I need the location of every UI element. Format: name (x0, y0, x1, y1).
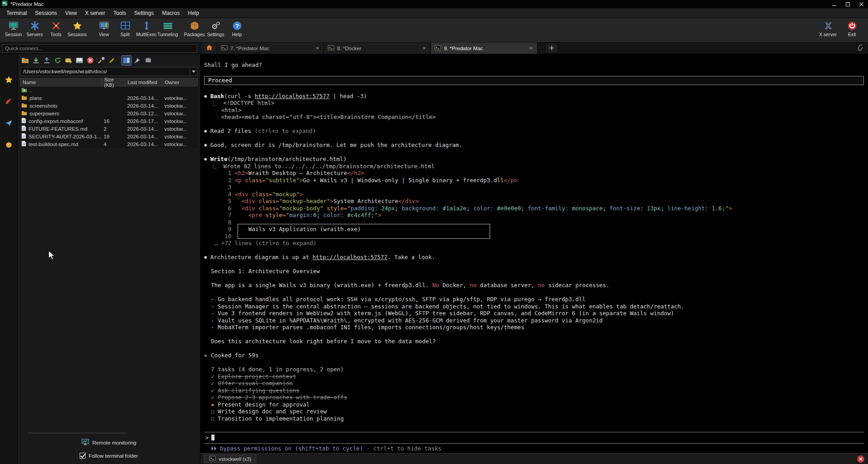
toolbar-button-session[interactable]: Session (3, 19, 24, 37)
title-bar: *Predator Mac (0, 0, 868, 8)
chevron-down-icon[interactable] (190, 67, 197, 76)
menu-item-help[interactable]: Help (184, 9, 203, 17)
terminal-line: ⎿ <!DOCTYPE html> (204, 99, 865, 107)
toolbar-button-tunneling[interactable]: Tunneling (157, 19, 178, 37)
file-row-future-features-md[interactable]: FUTURE-FEATURES.md22026-03-14...vstockw.… (20, 125, 198, 133)
macro-tool-icon[interactable] (4, 97, 13, 106)
tab-close-icon[interactable]: × (528, 45, 534, 51)
new-file-icon[interactable] (64, 56, 73, 65)
current-path: /Users/vstockwell/repos/wraith/docs/ (23, 69, 107, 74)
toolbar-button-tools[interactable]: Tools (45, 19, 67, 37)
file-name: screenshots (29, 103, 57, 109)
file-row-test-buildout-spec-md[interactable]: test-buildout-spec.md42026-03-14...vstoc… (20, 140, 198, 148)
terminal-link[interactable]: http://localhost:57577 (313, 254, 388, 260)
toolbar-button-exit[interactable]: Exit (841, 19, 863, 37)
toolbar-button-label: Split (120, 32, 129, 37)
terminal-line: ✓ Explore project context (204, 373, 865, 380)
file-name: SECURITY-AUDIT-2026-03-1... (29, 134, 101, 139)
snapshot-icon[interactable] (143, 56, 153, 65)
file-name-cell: screenshots (20, 103, 101, 109)
file-modified: 2026-03-14... (125, 142, 162, 147)
main-area: /Users/vstockwell/repos/wraith/docs/ Nam… (0, 54, 868, 464)
terminal-line (204, 121, 865, 128)
tab-7-predator-mac[interactable]: 7. *Predator Mac× (217, 43, 324, 54)
tab-bar: 7. *Predator Mac×8. *Docker×9. *Predator… (0, 43, 868, 54)
main-toolbar: SessionServersToolsSessionsViewSplitMult… (0, 18, 868, 43)
minimize-button[interactable] (827, 0, 841, 8)
terminal-line (204, 331, 865, 338)
new-tab-button[interactable] (545, 43, 558, 54)
image-icon[interactable] (75, 56, 84, 65)
send-icon[interactable] (4, 118, 13, 128)
tab-close-icon[interactable]: × (421, 45, 427, 51)
bookmark-star-icon[interactable] (4, 75, 13, 84)
column-header-owner[interactable]: Owner (162, 79, 197, 86)
file-row-superpowers[interactable]: superpowers2026-03-12...vstockw... (20, 109, 198, 117)
bottom-session-tab[interactable]: vstockwell (x3) (204, 455, 256, 463)
split-view-icon[interactable] (122, 56, 131, 65)
upload-icon[interactable] (42, 56, 52, 65)
toolbar-button-settings[interactable]: Settings (205, 19, 226, 37)
column-header-last-modified[interactable]: Last modified (125, 79, 162, 86)
toolbar-button-x-server[interactable]: XX server (817, 19, 839, 37)
toolbar-button-split[interactable]: Split (114, 19, 136, 37)
column-header-size-kb[interactable]: Size (KB) (102, 79, 125, 86)
terminal-line: 6 <div class="mockup-body" style="paddin… (204, 205, 865, 212)
toolbar-button-sessions[interactable]: Sessions (67, 19, 88, 37)
column-header-name[interactable]: Name (20, 79, 102, 86)
menu-item-terminal[interactable]: Terminal (3, 9, 30, 17)
tunneling-icon (163, 20, 173, 31)
path-bar[interactable]: /Users/vstockwell/repos/wraith/docs/ (20, 67, 198, 76)
paperclip-icon[interactable] (857, 44, 863, 53)
file-row-plans[interactable]: plans2026-03-14...vstockw... (20, 94, 198, 102)
toolbar-button-packages[interactable]: Packages (184, 19, 205, 37)
menu-item-settings[interactable]: Settings (131, 9, 157, 17)
close-button[interactable] (854, 0, 868, 8)
maximize-button[interactable] (841, 0, 854, 8)
file-owner: vstockw... (162, 134, 196, 139)
menu-item-x-server[interactable]: X server (81, 9, 109, 17)
home-tab[interactable] (202, 43, 217, 54)
status-ball-icon[interactable] (4, 140, 13, 149)
remote-monitoring[interactable]: Remote monitoring (18, 439, 200, 446)
menu-item-tools[interactable]: Tools (110, 9, 130, 17)
file-name-cell: test-buildout-spec.md (20, 141, 101, 147)
tab-8-docker[interactable]: 8. *Docker× (324, 43, 431, 54)
checkbox-checked-icon[interactable] (80, 453, 86, 459)
terminal-line: ▪ Present design for approval (204, 401, 865, 408)
file-row-screenshots[interactable]: screenshots2026-03-14...vstockw... (20, 102, 198, 109)
pin-icon[interactable] (133, 56, 142, 65)
toolbar-button-multiexec[interactable]: MultiExec (136, 19, 157, 37)
quick-connect-input[interactable] (2, 44, 197, 53)
follow-terminal-folder[interactable]: Follow terminal folder (18, 453, 200, 459)
tab-9-predator-mac[interactable]: 9. *Predator Mac× (431, 43, 538, 54)
download-icon[interactable] (31, 56, 41, 65)
terminal-output[interactable]: Shall I go ahead? Proceed ⏺ Bash(curl -s… (200, 54, 868, 453)
folder-transfer-icon[interactable] (20, 56, 30, 65)
edit-icon[interactable] (107, 56, 117, 65)
file-modified: 2026-03-17... (125, 118, 162, 124)
refresh-icon[interactable] (53, 56, 62, 65)
close-session-button[interactable] (857, 455, 864, 463)
file-icon (21, 133, 26, 140)
delete-icon[interactable] (86, 56, 95, 65)
file-row-config-export-mobaconf[interactable]: config-export.mobaconf162026-03-17...vst… (20, 117, 198, 125)
toolbar-button-label: Tunneling (157, 32, 178, 37)
toolbar-button-help[interactable]: ?Help (226, 19, 248, 37)
terminal-input-box[interactable]: > (204, 432, 864, 444)
terminal-line: 1 <h2>Wraith Desktop — Architecture</h2> (204, 170, 865, 177)
terminal-line (204, 275, 865, 282)
menu-item-sessions[interactable]: Sessions (31, 9, 61, 17)
file-name-cell: superpowers (20, 110, 101, 117)
terminal-link[interactable]: http://localhost:57577 (255, 93, 330, 99)
toolbar-button-view[interactable]: View (93, 19, 114, 37)
tab-close-icon[interactable]: × (315, 45, 320, 51)
file-size: 4 (101, 142, 125, 147)
menu-item-view[interactable]: View (62, 9, 81, 17)
wrench-icon[interactable] (96, 56, 106, 65)
file-row-security-audit-2026-03-1[interactable]: SECURITY-AUDIT-2026-03-1...192026-03-14.… (20, 133, 198, 140)
menu-item-macros[interactable]: Macros (158, 9, 183, 17)
toolbar-button-servers[interactable]: Servers (24, 19, 45, 37)
monitor-icon (81, 439, 89, 446)
terminal-line (204, 261, 865, 268)
